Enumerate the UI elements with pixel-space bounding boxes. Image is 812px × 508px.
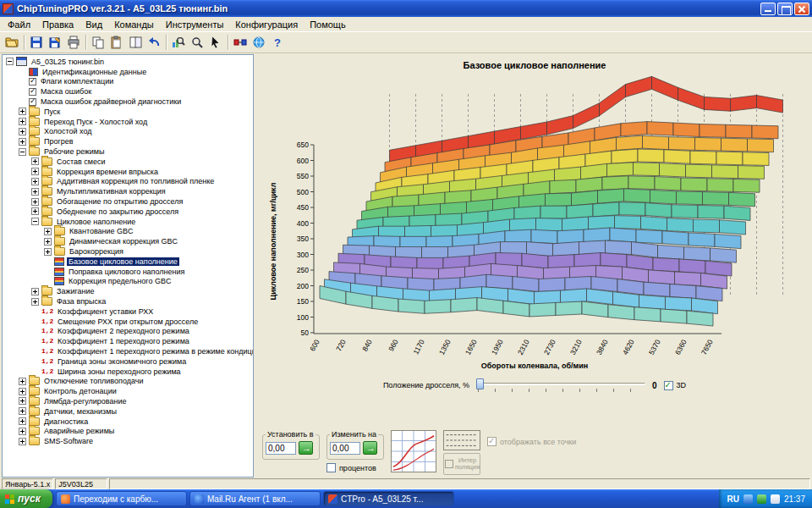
tree-item[interactable]: Обеднение по закрытию дросселя xyxy=(3,207,253,217)
tree-expand-toggle[interactable] xyxy=(44,228,52,235)
show-all-points-checkbox[interactable] xyxy=(487,437,497,446)
tree-expand-toggle[interactable] xyxy=(31,178,39,185)
menu-item[interactable]: Правка xyxy=(36,19,80,30)
tree-item[interactable]: Аварийные режимы xyxy=(3,426,253,436)
tree-item[interactable]: Поправка циклового наполнения xyxy=(3,267,253,277)
tree-item[interactable]: Холостой ход xyxy=(3,127,253,137)
tree-expand-toggle[interactable] xyxy=(19,128,26,135)
tree-expand-toggle[interactable] xyxy=(19,118,26,125)
antivirus-tray-icon[interactable] xyxy=(757,494,766,504)
tree-item[interactable]: Состав смеси xyxy=(3,157,253,167)
tree-item[interactable]: Диагностика xyxy=(3,417,253,427)
taskbar-task-button[interactable]: CTPro - A5_03L25 т... xyxy=(323,491,454,506)
tree-item[interactable]: Мультипликативная коррекция xyxy=(3,186,253,196)
paste-button[interactable] xyxy=(107,33,126,52)
tree-item[interactable]: Отключение топливоподачи xyxy=(3,377,253,387)
calibration-button[interactable] xyxy=(231,33,250,52)
copy-button[interactable] xyxy=(89,33,107,52)
change-apply-button[interactable] xyxy=(363,441,377,455)
tree-item[interactable]: Прогрев xyxy=(3,136,253,146)
search-button[interactable] xyxy=(188,33,206,52)
tree-item[interactable]: Коррекция предельного GBC xyxy=(3,277,253,287)
open-file-button[interactable] xyxy=(3,33,21,52)
tree-item[interactable]: Флаги комплектации xyxy=(3,77,253,87)
tree-item[interactable]: Квантование GBC xyxy=(3,227,253,237)
compare-button[interactable] xyxy=(126,33,145,52)
change-value-input[interactable] xyxy=(330,442,360,455)
tree-item[interactable]: Динамическая коррекция GBC xyxy=(3,236,253,246)
tree-item[interactable]: Фаза впрыска xyxy=(3,296,253,306)
save-as-button[interactable] xyxy=(46,33,64,52)
set-value-input[interactable] xyxy=(266,442,296,455)
taskbar-task-button[interactable]: Mail.Ru Агент (1 вкл... xyxy=(189,491,321,506)
maximize-button[interactable] xyxy=(777,3,793,15)
tree-expand-toggle[interactable] xyxy=(19,397,26,405)
messenger-tray-icon[interactable] xyxy=(743,494,753,504)
help-button[interactable]: ? xyxy=(268,33,287,52)
save-button[interactable] xyxy=(27,33,46,52)
language-indicator[interactable]: RU xyxy=(727,494,739,504)
tree-item[interactable]: SMS-Software xyxy=(3,436,253,446)
tree-expand-toggle[interactable] xyxy=(19,407,26,415)
tree-expand-toggle[interactable] xyxy=(31,298,39,306)
tree-item[interactable]: A5_03L25 тюнинг.bin xyxy=(3,57,253,67)
tree-item[interactable]: 1,2Коэффициент 1 переходного режима в ре… xyxy=(3,346,253,356)
tree-item[interactable]: 1,2Граница зоны экономичного режима xyxy=(3,356,253,367)
tree-item[interactable]: 1,2Коэффициент 2 переходного режима xyxy=(3,327,253,337)
tree-expand-toggle[interactable] xyxy=(19,388,26,395)
tree-item[interactable]: Коррекция времени впрыска xyxy=(3,167,253,177)
percent-checkbox[interactable] xyxy=(326,463,336,472)
volume-tray-icon[interactable] xyxy=(771,494,780,504)
tree-item[interactable]: Датчики, механизмы xyxy=(3,406,253,417)
surface-chart[interactable]: 5010015020025030035040045050055060065060… xyxy=(264,72,805,367)
throttle-slider[interactable] xyxy=(476,378,645,392)
tree-expand-toggle[interactable] xyxy=(19,417,26,425)
tree-expand-toggle[interactable] xyxy=(31,198,39,206)
points-preview[interactable] xyxy=(443,430,480,450)
tree-expand-toggle[interactable] xyxy=(44,238,52,246)
pointer-button[interactable] xyxy=(206,33,225,52)
tree-expand-toggle[interactable] xyxy=(31,168,39,175)
tree-expand-toggle[interactable] xyxy=(31,218,39,225)
menu-item[interactable]: Инструменты xyxy=(160,19,230,30)
interpolation-button[interactable]: Интер поляция xyxy=(443,453,480,475)
tree-item[interactable]: Маска ошибок драйверной диагностики xyxy=(3,97,253,107)
tree-item[interactable]: Обогащение по открытию дросселя xyxy=(3,196,253,207)
tree-item[interactable]: Контроль детонации xyxy=(3,386,253,396)
tree-item[interactable]: Цикловое наполнение xyxy=(3,217,253,227)
menu-item[interactable]: Конфигурация xyxy=(229,19,304,30)
tree-item[interactable]: 1,2Ширина зоны переходного режима xyxy=(3,367,253,377)
start-button[interactable]: пуск xyxy=(0,489,52,508)
tree-item[interactable]: Лямбда-регулирование xyxy=(3,396,253,406)
tree-item[interactable]: Идентификационные данные xyxy=(3,67,253,77)
tree-expand-toggle[interactable] xyxy=(19,378,26,385)
tree-item[interactable]: Рабочие режимы xyxy=(3,146,253,157)
taskbar-task-button[interactable]: Переходим с карбю... xyxy=(56,491,187,506)
menu-item[interactable]: Помощь xyxy=(304,19,352,30)
web-button[interactable] xyxy=(250,33,268,52)
tree-item[interactable]: 1,2Коэффициент уставки РХХ xyxy=(3,306,253,317)
print-button[interactable] xyxy=(64,33,83,52)
tree-item[interactable]: Переход Пуск - Холостой ход xyxy=(3,117,253,127)
tree-expand-toggle[interactable] xyxy=(31,188,39,196)
tree-item[interactable]: Зажигание xyxy=(3,286,253,296)
menu-item[interactable]: Команды xyxy=(108,19,160,30)
tree-expand-toggle[interactable] xyxy=(31,207,39,215)
tree-expand-toggle[interactable] xyxy=(6,58,14,65)
tree-expand-toggle[interactable] xyxy=(19,138,26,146)
tree-expand-toggle[interactable] xyxy=(31,157,39,165)
minimize-button[interactable] xyxy=(760,3,776,15)
tree-item[interactable]: 1,2Смещение РХХ при открытом дросселе xyxy=(3,317,253,327)
set-apply-button[interactable] xyxy=(299,441,313,455)
tree-expand-toggle[interactable] xyxy=(19,428,26,435)
tree-item[interactable]: Барокоррекция xyxy=(3,246,253,257)
tree-expand-toggle[interactable] xyxy=(19,148,26,156)
tree-expand-toggle[interactable] xyxy=(44,248,52,256)
menu-item[interactable]: Вид xyxy=(80,19,108,30)
menu-item[interactable]: Файл xyxy=(2,19,36,30)
3d-checkbox[interactable] xyxy=(664,381,673,390)
tree-item[interactable]: 1,2Коэффициент 1 переходного режима xyxy=(3,336,253,346)
tree-item[interactable]: Маска ошибок xyxy=(3,86,253,97)
function-preview[interactable] xyxy=(391,430,436,472)
tree-item[interactable]: Базовое цикловое наполнение xyxy=(3,257,253,267)
